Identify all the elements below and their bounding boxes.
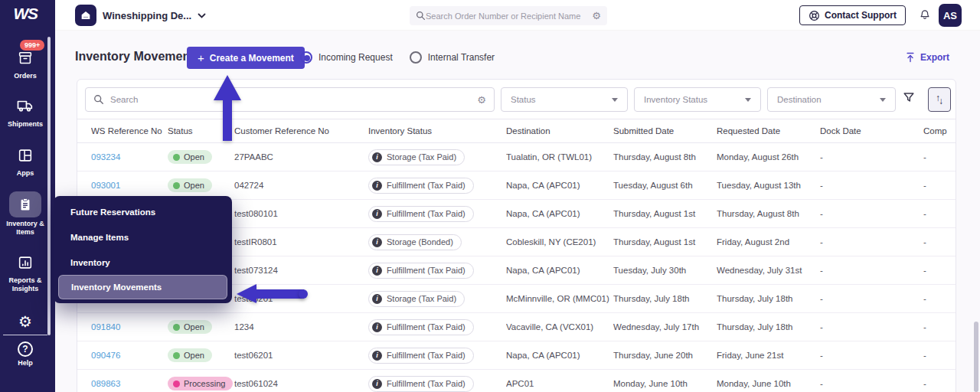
ws-reference-link[interactable]: 091840 [91, 322, 168, 332]
status-cell: Open [168, 320, 234, 334]
column-header[interactable]: Status [168, 126, 234, 136]
dropdown-caret-icon [745, 98, 751, 102]
destination-cell: McMinnville, OR (MMC01) [506, 294, 613, 303]
inventory-status-pill: iFulfillment (Tax Paid) [368, 376, 474, 392]
menu-item-manage-items[interactable]: Manage Items [54, 224, 232, 250]
info-icon: i [372, 152, 382, 162]
menu-item-inventory[interactable]: Inventory [54, 250, 232, 275]
requested-date-cell: Tuesday, August 13th [717, 181, 820, 190]
column-header[interactable]: WS Reference No [91, 126, 168, 136]
submitted-date-cell: Thursday, August 1st [613, 209, 717, 218]
create-movement-button[interactable]: + Create a Movement [187, 47, 305, 69]
sidebar: WS 999+ Orders Shipments Apps [0, 0, 55, 392]
column-header[interactable]: Destination [506, 126, 613, 136]
info-icon: i [372, 379, 382, 389]
topbar: Wineshipping De... ⚙ Contact Support AS [55, 0, 980, 31]
status-dot-icon [173, 352, 180, 359]
requested-date-cell: Thursday, July 18th [717, 322, 820, 332]
dropdown-caret-icon [880, 98, 886, 102]
menu-item-inventory-movements[interactable]: Inventory Movements [58, 275, 227, 299]
sidebar-divider [3, 335, 47, 335]
settings-gear-icon[interactable]: ⚙ [0, 312, 51, 331]
company-name: Wineshipping De... [103, 10, 191, 21]
sidebar-item-orders[interactable]: 999+ Orders [0, 40, 51, 80]
column-header[interactable]: Customer Reference No [234, 126, 368, 136]
ws-reference-link[interactable]: 090476 [91, 351, 168, 360]
info-icon: i [372, 322, 382, 332]
page-scrollbar[interactable] [974, 322, 978, 392]
filter-funnel-icon[interactable] [902, 90, 916, 104]
column-header[interactable]: Comp [923, 126, 956, 136]
dock-date-cell: - [820, 379, 923, 388]
menu-item-future-reservations[interactable]: Future Reservations [54, 199, 232, 224]
column-header[interactable]: Inventory Status [368, 126, 506, 136]
orders-box-icon [17, 50, 34, 67]
destination-cell: Vacaville, CA (VCX01) [506, 322, 613, 332]
completed-date-cell: - [923, 379, 956, 388]
status-dot-icon [173, 182, 180, 189]
dropdown-caret-icon [612, 98, 618, 102]
status-badge: Open [168, 150, 212, 164]
table-search-input[interactable] [110, 95, 471, 104]
info-icon: i [372, 294, 382, 304]
inventory-status-cell: iFulfillment (Tax Paid) [368, 178, 506, 194]
completed-date-cell: - [923, 152, 956, 162]
inventory-status-pill: iStorage (Tax Paid) [368, 291, 465, 307]
inventory-status-pill: iFulfillment (Tax Paid) [368, 319, 474, 335]
ws-reference-link[interactable]: 093234 [91, 152, 168, 162]
inventory-status-filter-dropdown[interactable]: Inventory Status [634, 87, 761, 112]
search-icon [93, 94, 104, 105]
table-row[interactable]: 093234 Open 27PAABC iStorage (Tax Paid) … [77, 143, 956, 172]
table-header: WS Reference No Status Customer Referenc… [77, 119, 956, 143]
destination-filter-dropdown[interactable]: Destination [767, 87, 896, 112]
inventory-status-pill: iStorage (Tax Paid) [368, 149, 465, 165]
sidebar-item-label: Help [0, 359, 51, 368]
sidebar-item-label: Reports & Insights [0, 276, 51, 293]
radio-incoming-request[interactable]: Incoming Request [300, 51, 393, 64]
sidebar-item-help[interactable]: ? Help [0, 341, 51, 368]
destination-cell: Napa, CA (APC01) [506, 181, 613, 190]
search-settings-icon[interactable]: ⚙ [592, 11, 601, 21]
notifications-bell-icon[interactable] [918, 8, 932, 22]
column-header[interactable]: Submitted Date [613, 126, 717, 136]
ws-reference-link[interactable]: 093001 [91, 181, 168, 190]
global-search-input[interactable] [426, 11, 592, 21]
user-avatar[interactable]: AS [939, 4, 962, 27]
clipboard-icon [18, 197, 33, 212]
sidebar-item-inventory-items[interactable]: Inventory & Items [0, 191, 51, 237]
status-filter-dropdown[interactable]: Status [501, 87, 628, 112]
inventory-status-pill: iFulfillment (Tax Paid) [368, 178, 474, 194]
radio-unselected-icon [410, 51, 422, 64]
submitted-date-cell: Thursday, July 18th [613, 294, 717, 303]
customer-reference-cell: 042724 [234, 181, 368, 190]
search-settings-icon[interactable]: ⚙ [477, 95, 486, 105]
column-header[interactable]: Requested Date [717, 126, 820, 136]
chevron-down-icon [198, 13, 206, 18]
ws-logo: WS [0, 5, 51, 23]
company-selector[interactable]: Wineshipping De... [75, 5, 206, 26]
radio-internal-transfer[interactable]: Internal Transfer [410, 51, 495, 64]
table-row[interactable]: 090476 Open test06201 iFulfillment (Tax … [77, 341, 956, 370]
inventory-status-cell: iFulfillment (Tax Paid) [368, 319, 506, 335]
plus-icon: + [198, 51, 204, 64]
export-button[interactable]: Export [905, 51, 949, 64]
sort-toggle-button[interactable]: ↑↓ [928, 87, 951, 112]
info-icon: i [372, 237, 382, 247]
sidebar-item-apps[interactable]: Apps [0, 147, 51, 178]
table-row[interactable]: 091840 Open 1234 iFulfillment (Tax Paid)… [77, 313, 956, 341]
inventory-status-pill: iFulfillment (Tax Paid) [368, 206, 474, 222]
table-row[interactable]: 089863 Processing test061024 iFulfillmen… [77, 370, 956, 392]
contact-support-button[interactable]: Contact Support [799, 5, 906, 25]
column-header[interactable]: Dock Date [820, 126, 923, 136]
requested-date-cell: Thursday, August 8th [717, 209, 820, 218]
home-icon [75, 5, 96, 26]
destination-cell: Napa, CA (APC01) [506, 351, 613, 360]
sidebar-item-reports-insights[interactable]: Reports & Insights [0, 254, 51, 293]
inventory-items-popup-menu: Future Reservations Manage Items Invento… [54, 196, 232, 303]
truck-icon [16, 96, 34, 115]
ws-reference-link[interactable]: 089863 [91, 379, 168, 388]
destination-cell: Napa, CA (APC01) [506, 266, 613, 275]
inventory-status-pill: iStorage (Bonded) [368, 234, 462, 250]
sidebar-item-shipments[interactable]: Shipments [0, 96, 51, 129]
completed-date-cell: - [923, 266, 956, 275]
